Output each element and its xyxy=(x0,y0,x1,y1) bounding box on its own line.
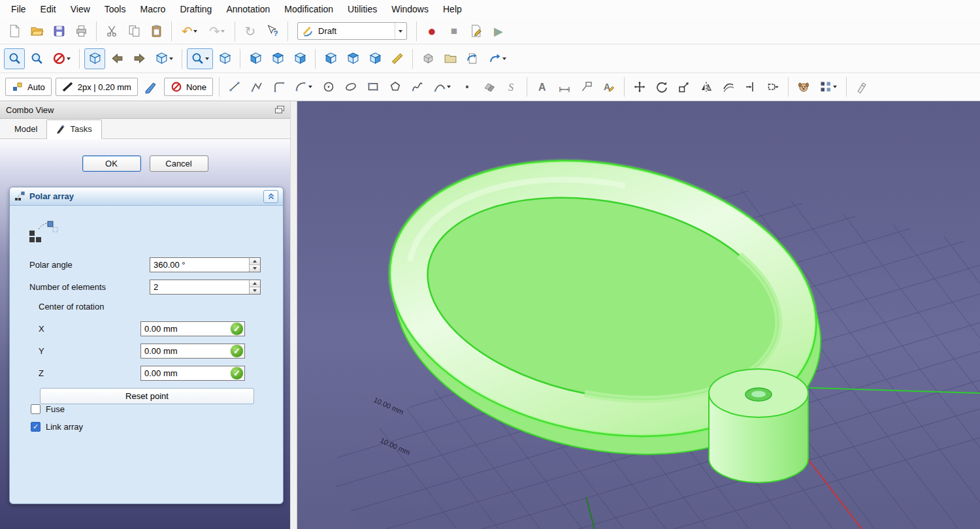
refresh-button[interactable]: ↻ xyxy=(240,21,261,42)
paste-button[interactable] xyxy=(146,21,167,42)
macro-run-button[interactable]: ▶ xyxy=(488,21,509,42)
draft-move-button[interactable] xyxy=(629,76,650,97)
line-style-button[interactable]: 2px | 0.20 mm xyxy=(56,78,138,96)
menu-modification[interactable]: Modification xyxy=(277,1,340,18)
menu-edit[interactable]: Edit xyxy=(33,1,63,18)
menu-macro[interactable]: Macro xyxy=(133,1,172,18)
measure-button[interactable] xyxy=(387,48,408,69)
draft-line-button[interactable] xyxy=(224,76,245,97)
top-view-button[interactable] xyxy=(267,48,288,69)
macro-edit-button[interactable] xyxy=(466,21,487,42)
redo-button[interactable]: ↷ xyxy=(204,21,230,42)
panel-splitter[interactable] xyxy=(290,101,297,529)
whats-this-button[interactable]: ? xyxy=(262,21,283,42)
polar-angle-input[interactable] xyxy=(150,258,249,272)
spin-up-button[interactable] xyxy=(250,258,260,265)
menu-drafting[interactable]: Drafting xyxy=(172,1,219,18)
draft-arc-button[interactable] xyxy=(291,76,317,97)
print-button[interactable] xyxy=(71,21,91,42)
collapse-button[interactable] xyxy=(263,190,278,203)
construction-mode-button[interactable] xyxy=(140,76,161,97)
float-panel-icon[interactable] xyxy=(275,106,284,114)
number-of-elements-input[interactable] xyxy=(150,280,249,294)
draft-mirror-button[interactable] xyxy=(696,76,717,97)
draft-rotate-button[interactable] xyxy=(651,76,672,97)
menu-annotation[interactable]: Annotation xyxy=(219,1,277,18)
draft-fillet-button[interactable] xyxy=(269,76,289,97)
workbench-selector[interactable]: Draft xyxy=(297,22,407,40)
draft-text-button[interactable]: A xyxy=(532,76,553,97)
snap-auto-button[interactable]: Auto xyxy=(5,78,52,96)
reset-point-button[interactable]: Reset point xyxy=(40,388,254,404)
draft-circle-button[interactable] xyxy=(318,76,339,97)
polar-array-header[interactable]: Polar array xyxy=(10,187,283,206)
tab-model[interactable]: Model xyxy=(5,120,46,138)
isometric-view-button[interactable] xyxy=(84,48,105,69)
draft-heal-button[interactable] xyxy=(851,76,872,97)
draft-polyline-button[interactable] xyxy=(246,76,267,97)
fit-selection-button[interactable] xyxy=(26,48,47,69)
undo-button[interactable]: ↶ xyxy=(176,21,203,42)
right-view-button[interactable] xyxy=(289,48,310,69)
draft-point-button[interactable] xyxy=(457,76,478,97)
link-actions-button[interactable] xyxy=(484,48,510,69)
rear-view-button[interactable] xyxy=(320,48,341,69)
spin-down-button[interactable] xyxy=(250,265,260,272)
menu-utilities[interactable]: Utilities xyxy=(340,1,384,18)
axonometric-view-button[interactable] xyxy=(214,48,235,69)
draft-label-button[interactable] xyxy=(576,76,597,97)
draft-bspline-button[interactable] xyxy=(407,76,428,97)
array-tools-button[interactable] xyxy=(815,76,841,97)
save-button[interactable] xyxy=(48,21,69,42)
3d-viewport[interactable]: 10.00 mm 10.00 mm xyxy=(297,101,980,529)
autogroup-button[interactable]: None xyxy=(164,78,213,96)
draft-shapestring-button[interactable]: S xyxy=(501,76,522,97)
linked-object-button[interactable] xyxy=(151,48,177,69)
draft-scale-button[interactable] xyxy=(674,76,694,97)
new-file-button[interactable] xyxy=(4,21,25,42)
navigation-style-button[interactable] xyxy=(48,48,74,69)
annotation-styles-button[interactable]: A xyxy=(598,76,619,97)
z-input[interactable] xyxy=(141,368,244,379)
ok-button[interactable]: OK xyxy=(82,155,141,172)
group-button[interactable] xyxy=(440,48,461,69)
draft-stretch-button[interactable] xyxy=(762,76,783,97)
bottom-view-button[interactable] xyxy=(342,48,363,69)
cancel-button[interactable]: Cancel xyxy=(150,155,208,172)
tab-tasks[interactable]: Tasks xyxy=(46,120,101,139)
make-link-button[interactable] xyxy=(462,48,483,69)
menu-windows[interactable]: Windows xyxy=(384,1,436,18)
x-input[interactable] xyxy=(141,323,244,334)
draft-dimension-button[interactable] xyxy=(554,76,575,97)
spin-up-button[interactable] xyxy=(250,280,260,287)
macro-stop-button[interactable]: ■ xyxy=(444,21,465,42)
draft-offset-button[interactable] xyxy=(718,76,739,97)
draft-facebinder-button[interactable] xyxy=(479,76,500,97)
y-input[interactable] xyxy=(141,345,244,357)
open-button[interactable] xyxy=(26,21,47,42)
copy-button[interactable] xyxy=(123,21,144,42)
menu-tools[interactable]: Tools xyxy=(97,1,133,18)
navigate-back-button[interactable] xyxy=(106,48,127,69)
draft-ellipse-button[interactable] xyxy=(340,76,361,97)
zoom-tools-button[interactable] xyxy=(187,48,213,69)
front-view-button[interactable] xyxy=(245,48,266,69)
cut-button[interactable] xyxy=(101,21,122,42)
fuse-checkbox[interactable] xyxy=(31,404,41,414)
macro-record-button[interactable]: ● xyxy=(421,21,442,42)
spin-down-button[interactable] xyxy=(250,287,260,294)
menu-view[interactable]: View xyxy=(63,1,97,18)
left-view-button[interactable] xyxy=(365,48,385,69)
draft-polygon-button[interactable] xyxy=(385,76,406,97)
menu-file[interactable]: File xyxy=(4,1,33,18)
menu-help[interactable]: Help xyxy=(436,1,469,18)
simple-copy-button[interactable] xyxy=(417,48,438,69)
link-array-checkbox[interactable]: ✓ xyxy=(31,422,41,432)
draft-trimex-button[interactable] xyxy=(740,76,761,97)
draft-bezier-button[interactable] xyxy=(429,76,455,97)
navigate-forward-button[interactable] xyxy=(129,48,150,69)
draft-rectangle-button[interactable] xyxy=(363,76,384,97)
draft-edit-button[interactable] xyxy=(793,76,814,97)
fit-all-button[interactable] xyxy=(4,48,25,69)
selected-cylinder-object[interactable] xyxy=(709,369,808,483)
